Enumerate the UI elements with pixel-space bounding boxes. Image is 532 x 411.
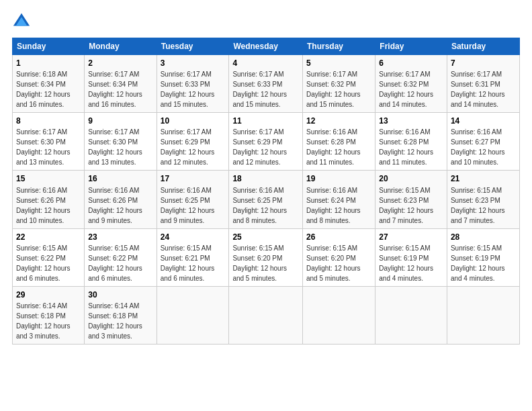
day-info: Sunrise: 6:17 AMSunset: 6:33 PMDaylight:… xyxy=(232,71,287,108)
day-number: 16 xyxy=(88,173,152,184)
day-info: Sunrise: 6:17 AMSunset: 6:29 PMDaylight:… xyxy=(161,128,215,166)
calendar-cell: 23Sunrise: 6:15 AMSunset: 6:22 PMDayligh… xyxy=(85,228,157,286)
week-row-3: 15Sunrise: 6:16 AMSunset: 6:26 PMDayligh… xyxy=(13,171,520,228)
day-number: 21 xyxy=(451,173,516,184)
calendar-cell xyxy=(157,286,229,344)
weekday-header-friday: Friday xyxy=(375,38,447,55)
day-info: Sunrise: 6:17 AMSunset: 6:29 PMDaylight:… xyxy=(232,128,287,166)
calendar-cell: 18Sunrise: 6:16 AMSunset: 6:25 PMDayligh… xyxy=(229,171,303,228)
weekday-header-tuesday: Tuesday xyxy=(157,38,229,55)
week-row-2: 8Sunrise: 6:17 AMSunset: 6:30 PMDaylight… xyxy=(13,113,520,171)
day-info: Sunrise: 6:16 AMSunset: 6:25 PMDaylight:… xyxy=(232,187,287,224)
weekday-header-sunday: Sunday xyxy=(13,38,85,55)
day-info: Sunrise: 6:17 AMSunset: 6:33 PMDaylight:… xyxy=(161,71,215,108)
calendar-cell: 13Sunrise: 6:16 AMSunset: 6:28 PMDayligh… xyxy=(375,113,447,171)
day-info: Sunrise: 6:16 AMSunset: 6:25 PMDaylight:… xyxy=(161,187,215,224)
calendar-cell: 17Sunrise: 6:16 AMSunset: 6:25 PMDayligh… xyxy=(157,171,229,228)
day-info: Sunrise: 6:15 AMSunset: 6:20 PMDaylight:… xyxy=(306,244,361,282)
day-number: 23 xyxy=(88,232,152,242)
calendar-cell: 20Sunrise: 6:15 AMSunset: 6:23 PMDayligh… xyxy=(375,171,447,228)
day-info: Sunrise: 6:18 AMSunset: 6:34 PMDaylight:… xyxy=(16,71,71,108)
calendar-cell: 21Sunrise: 6:15 AMSunset: 6:23 PMDayligh… xyxy=(447,171,519,228)
day-info: Sunrise: 6:15 AMSunset: 6:21 PMDaylight:… xyxy=(161,244,215,282)
calendar-cell: 4Sunrise: 6:17 AMSunset: 6:33 PMDaylight… xyxy=(229,55,303,113)
calendar-cell: 24Sunrise: 6:15 AMSunset: 6:21 PMDayligh… xyxy=(157,228,229,286)
calendar-cell: 26Sunrise: 6:15 AMSunset: 6:20 PMDayligh… xyxy=(302,228,375,286)
day-info: Sunrise: 6:17 AMSunset: 6:32 PMDaylight:… xyxy=(306,71,361,108)
page: SundayMondayTuesdayWednesdayThursdayFrid… xyxy=(0,0,532,411)
logo xyxy=(12,12,34,31)
day-info: Sunrise: 6:15 AMSunset: 6:22 PMDaylight:… xyxy=(88,244,142,282)
day-number: 10 xyxy=(161,116,226,126)
weekday-header-monday: Monday xyxy=(85,38,157,55)
day-number: 17 xyxy=(161,173,226,184)
calendar-cell: 5Sunrise: 6:17 AMSunset: 6:32 PMDaylight… xyxy=(302,55,375,113)
day-info: Sunrise: 6:16 AMSunset: 6:26 PMDaylight:… xyxy=(16,187,71,224)
day-number: 22 xyxy=(16,232,81,242)
day-info: Sunrise: 6:17 AMSunset: 6:32 PMDaylight:… xyxy=(379,71,433,108)
day-number: 1 xyxy=(16,58,81,68)
day-info: Sunrise: 6:14 AMSunset: 6:18 PMDaylight:… xyxy=(16,302,71,340)
calendar-cell: 27Sunrise: 6:15 AMSunset: 6:19 PMDayligh… xyxy=(375,228,447,286)
day-info: Sunrise: 6:15 AMSunset: 6:23 PMDaylight:… xyxy=(451,187,505,224)
day-number: 5 xyxy=(306,58,371,68)
day-number: 12 xyxy=(306,116,371,126)
calendar-cell: 3Sunrise: 6:17 AMSunset: 6:33 PMDaylight… xyxy=(157,55,229,113)
day-number: 26 xyxy=(306,232,371,242)
day-number: 8 xyxy=(16,116,81,126)
day-info: Sunrise: 6:16 AMSunset: 6:26 PMDaylight:… xyxy=(88,187,142,224)
weekday-header-saturday: Saturday xyxy=(447,38,519,55)
calendar-cell: 9Sunrise: 6:17 AMSunset: 6:30 PMDaylight… xyxy=(85,113,157,171)
calendar-table: SundayMondayTuesdayWednesdayThursdayFrid… xyxy=(12,38,520,345)
calendar-cell: 1Sunrise: 6:18 AMSunset: 6:34 PMDaylight… xyxy=(13,55,85,113)
calendar-cell xyxy=(375,286,447,344)
day-info: Sunrise: 6:17 AMSunset: 6:34 PMDaylight:… xyxy=(88,71,142,108)
day-info: Sunrise: 6:15 AMSunset: 6:19 PMDaylight:… xyxy=(379,244,433,282)
day-number: 25 xyxy=(232,232,299,242)
day-number: 24 xyxy=(161,232,226,242)
calendar-cell: 8Sunrise: 6:17 AMSunset: 6:30 PMDaylight… xyxy=(13,113,85,171)
day-number: 29 xyxy=(16,289,81,300)
calendar-cell: 29Sunrise: 6:14 AMSunset: 6:18 PMDayligh… xyxy=(13,286,85,344)
day-info: Sunrise: 6:15 AMSunset: 6:20 PMDaylight:… xyxy=(232,244,287,282)
calendar-cell: 30Sunrise: 6:14 AMSunset: 6:18 PMDayligh… xyxy=(85,286,157,344)
day-number: 2 xyxy=(88,58,152,68)
calendar-cell: 2Sunrise: 6:17 AMSunset: 6:34 PMDaylight… xyxy=(85,55,157,113)
day-number: 6 xyxy=(379,58,443,68)
weekday-header-thursday: Thursday xyxy=(302,38,375,55)
day-number: 15 xyxy=(16,173,81,184)
day-info: Sunrise: 6:17 AMSunset: 6:30 PMDaylight:… xyxy=(88,128,142,166)
calendar-cell: 25Sunrise: 6:15 AMSunset: 6:20 PMDayligh… xyxy=(229,228,303,286)
day-number: 19 xyxy=(306,173,371,184)
calendar-cell: 11Sunrise: 6:17 AMSunset: 6:29 PMDayligh… xyxy=(229,113,303,171)
calendar-cell: 22Sunrise: 6:15 AMSunset: 6:22 PMDayligh… xyxy=(13,228,85,286)
weekday-header-wednesday: Wednesday xyxy=(229,38,303,55)
day-info: Sunrise: 6:14 AMSunset: 6:18 PMDaylight:… xyxy=(88,302,142,340)
day-number: 7 xyxy=(451,58,516,68)
day-number: 3 xyxy=(161,58,226,68)
day-number: 13 xyxy=(379,116,443,126)
day-number: 30 xyxy=(88,289,152,300)
weekday-header-row: SundayMondayTuesdayWednesdayThursdayFrid… xyxy=(13,38,520,55)
calendar-cell: 6Sunrise: 6:17 AMSunset: 6:32 PMDaylight… xyxy=(375,55,447,113)
week-row-4: 22Sunrise: 6:15 AMSunset: 6:22 PMDayligh… xyxy=(13,228,520,286)
day-number: 27 xyxy=(379,232,443,242)
calendar-cell xyxy=(229,286,303,344)
day-info: Sunrise: 6:15 AMSunset: 6:19 PMDaylight:… xyxy=(451,244,505,282)
calendar-cell xyxy=(302,286,375,344)
day-info: Sunrise: 6:16 AMSunset: 6:28 PMDaylight:… xyxy=(306,128,361,166)
day-info: Sunrise: 6:17 AMSunset: 6:30 PMDaylight:… xyxy=(16,128,71,166)
calendar-cell: 16Sunrise: 6:16 AMSunset: 6:26 PMDayligh… xyxy=(85,171,157,228)
calendar-cell: 12Sunrise: 6:16 AMSunset: 6:28 PMDayligh… xyxy=(302,113,375,171)
calendar-cell: 10Sunrise: 6:17 AMSunset: 6:29 PMDayligh… xyxy=(157,113,229,171)
calendar-cell: 19Sunrise: 6:16 AMSunset: 6:24 PMDayligh… xyxy=(302,171,375,228)
day-info: Sunrise: 6:17 AMSunset: 6:31 PMDaylight:… xyxy=(451,71,505,108)
day-number: 18 xyxy=(232,173,299,184)
day-info: Sunrise: 6:15 AMSunset: 6:22 PMDaylight:… xyxy=(16,244,71,282)
calendar-cell: 15Sunrise: 6:16 AMSunset: 6:26 PMDayligh… xyxy=(13,171,85,228)
calendar-cell xyxy=(447,286,519,344)
day-info: Sunrise: 6:16 AMSunset: 6:27 PMDaylight:… xyxy=(451,128,505,166)
week-row-5: 29Sunrise: 6:14 AMSunset: 6:18 PMDayligh… xyxy=(13,286,520,344)
logo-icon xyxy=(12,12,31,31)
header xyxy=(12,12,520,31)
